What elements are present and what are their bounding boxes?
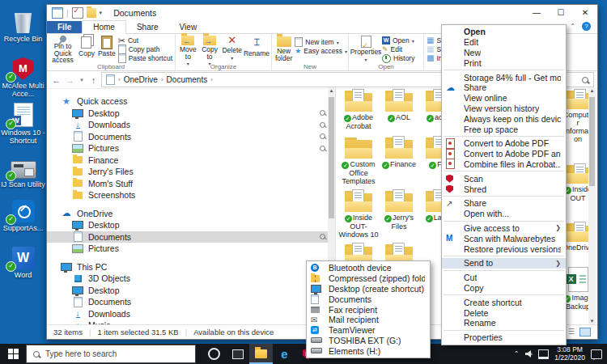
taskbar-file-explorer[interactable] [249, 344, 273, 364]
new-item-button[interactable]: New item▾ [295, 38, 347, 46]
large-icons-view-button[interactable] [579, 328, 591, 336]
nav-pc-desktop[interactable]: Desktop [47, 285, 335, 297]
cut-button[interactable]: ✂Cut [118, 36, 172, 44]
desktop-icon-mcafee[interactable]: ✓ McAfee Multi Acce... [1, 53, 45, 98]
edit-button[interactable]: ✎Edit [382, 45, 414, 53]
action-center-icon[interactable] [591, 349, 602, 359]
menu-item-view-online[interactable]: View online [442, 93, 566, 104]
sendto-toshiba-ext[interactable]: TOSHIBA EXT (G:) [307, 336, 430, 346]
tab-view[interactable]: View [169, 21, 208, 33]
sendto-elements[interactable]: Elements (H:) [307, 345, 430, 356]
nav-onedrive[interactable]: ☁ OneDrive [47, 208, 335, 220]
menu-item-open[interactable]: Open [442, 27, 566, 37]
file-item[interactable]: ✓Custom Office Templates [338, 138, 379, 185]
properties-button[interactable]: Properties▾ [351, 35, 380, 62]
nav-qa-pictures[interactable]: Pictures [47, 142, 335, 154]
nav-pc-3d-objects[interactable]: 3D Objects [47, 273, 335, 285]
nav-pc-documents[interactable]: Documents [47, 296, 335, 308]
menu-item-share[interactable]: ↗Share [442, 198, 566, 209]
sendto-desktop[interactable]: Desktop (create shortcut) [307, 284, 430, 294]
title-bar[interactable]: | ▾ Documents — ☐ ✕ [47, 5, 597, 21]
menu-item-rename[interactable]: Rename [442, 318, 566, 328]
scroll-up-icon[interactable]: ▲ [328, 88, 335, 93]
desktop-icon-recycle-bin[interactable]: Recycle Bin [1, 6, 45, 43]
menu-item-copy[interactable]: Copy [442, 283, 566, 294]
menu-item-open-with[interactable]: Open with... [442, 209, 566, 219]
task-view-button[interactable] [226, 344, 249, 364]
easy-access-button[interactable]: ★Easy access▾ [295, 47, 347, 55]
menu-item-scan-malwarebytes[interactable]: MScan with Malwarebytes [442, 233, 566, 243]
scrollbar-thumb[interactable] [329, 97, 334, 218]
menu-item-new[interactable]: New [442, 48, 566, 58]
desktop-icon-ij-scan-utility[interactable]: ✓ IJ Scan Utility [1, 152, 45, 188]
properties-icon[interactable] [52, 7, 63, 19]
scrollbar-thumb[interactable] [589, 97, 595, 186]
start-button[interactable] [0, 344, 26, 364]
menu-item-delete[interactable]: Delete [442, 307, 566, 318]
file-item[interactable]: ✓AOL [379, 91, 419, 122]
sendto-documents[interactable]: Documents [307, 294, 430, 304]
menu-item-free-up-space[interactable]: Free up space [442, 124, 566, 134]
menu-item-send-to[interactable]: Send to❯ [442, 258, 566, 269]
file-item[interactable]: ✓Jerry's Files [379, 191, 419, 231]
nav-od-desktop[interactable]: Desktop [47, 219, 335, 231]
nav-qa-downloads[interactable]: ↓Downloads [47, 119, 335, 131]
nav-pc-downloads[interactable]: ↓Downloads [47, 308, 335, 320]
file-list-scrollbar[interactable]: ▲ ▼ [588, 87, 596, 324]
details-view-button[interactable]: ☰ [568, 328, 575, 336]
network-icon[interactable] [538, 349, 549, 359]
nav-qa-documents[interactable]: Documents [47, 131, 335, 143]
menu-item-restore-versions[interactable]: Restore previous versions [442, 243, 566, 254]
menu-item-print[interactable]: Print [442, 57, 566, 68]
help-icon[interactable]: ? [582, 22, 591, 31]
maximize-button[interactable]: ☐ [549, 5, 573, 21]
scroll-up-icon[interactable]: ▲ [588, 88, 596, 93]
breadcrumb-documents[interactable]: Documents [167, 75, 208, 84]
taskbar-search-input[interactable]: Type here to search [26, 345, 196, 363]
nav-qa-jerrys-files[interactable]: Jerry's Files [47, 166, 335, 178]
menu-item-view-version-history[interactable]: View version history [442, 104, 566, 114]
menu-item-give-access[interactable]: Give access to❯ [442, 223, 566, 234]
back-icon[interactable]: ← [50, 75, 62, 85]
nav-qa-desktop[interactable]: Desktop [47, 108, 335, 120]
menu-item-always-keep[interactable]: Always keep on this device [442, 113, 566, 124]
menu-item-share-onedrive[interactable]: ☁Share [442, 83, 566, 93]
hidden-icons-chevron-icon[interactable]: ⌃ [514, 350, 520, 358]
minimize-button[interactable]: — [524, 5, 549, 21]
move-to-button[interactable]: ← Move to▾ [178, 35, 198, 62]
taskbar-edge[interactable]: e [273, 344, 296, 364]
scroll-down-icon[interactable]: ▼ [588, 319, 596, 324]
nav-od-pictures[interactable]: Pictures [47, 243, 335, 255]
history-button[interactable]: History [382, 54, 414, 62]
folder-icon[interactable] [87, 8, 96, 18]
forward-icon[interactable]: → [64, 75, 76, 85]
sendto-teamviewer[interactable]: ⇄TeamViewer [307, 325, 430, 336]
menu-item-edit[interactable]: Edit [442, 37, 566, 48]
menu-item-create-shortcut[interactable]: Create shortcut [442, 297, 566, 307]
file-item[interactable]: ✓Inside OUT-Windows 10 [338, 191, 379, 239]
sendto-fax[interactable]: Fax recipient [307, 304, 430, 315]
close-button[interactable]: ✕ [573, 5, 597, 21]
up-icon[interactable]: ↑ [87, 75, 100, 85]
menu-item-convert-pdf-email[interactable]: Convert to Adobe PDF and EMail [442, 149, 566, 159]
nav-qa-moms-stuff[interactable]: Mom's Stuff [47, 178, 335, 190]
paste-shortcut-button[interactable]: Paste shortcut [118, 54, 172, 62]
menu-item-convert-pdf[interactable]: Convert to Adobe PDF [442, 138, 566, 149]
menu-item-scan[interactable]: Scan [442, 173, 566, 184]
cortana-button[interactable] [202, 344, 226, 364]
delete-button[interactable]: ✕ Delete▾ [221, 35, 243, 62]
menu-item-properties[interactable]: Properties [442, 332, 566, 343]
menu-item-cut[interactable]: Cut [442, 273, 566, 283]
nav-qa-finance[interactable]: Finance [47, 154, 335, 167]
sendto-bluetooth[interactable]: BBluetooth device [307, 263, 430, 273]
copy-path-button[interactable]: Copy path [118, 45, 172, 53]
tab-home[interactable]: Home [82, 20, 126, 34]
nav-quick-access[interactable]: ★ Quick access [47, 95, 335, 108]
collapse-ribbon-icon[interactable]: ⌃ [570, 23, 575, 30]
desktop-icon-supportassist[interactable]: ✓ SupportAs... [1, 196, 45, 232]
sendto-zip[interactable]: Compressed (zipped) folder [307, 273, 430, 284]
volume-muted-button[interactable]: × [525, 350, 533, 358]
sendto-mail[interactable]: ✉Mail recipient [307, 315, 430, 325]
file-item[interactable]: ✓Adobe Acrobat [338, 91, 379, 130]
new-folder-button[interactable]: New folder [274, 35, 293, 62]
